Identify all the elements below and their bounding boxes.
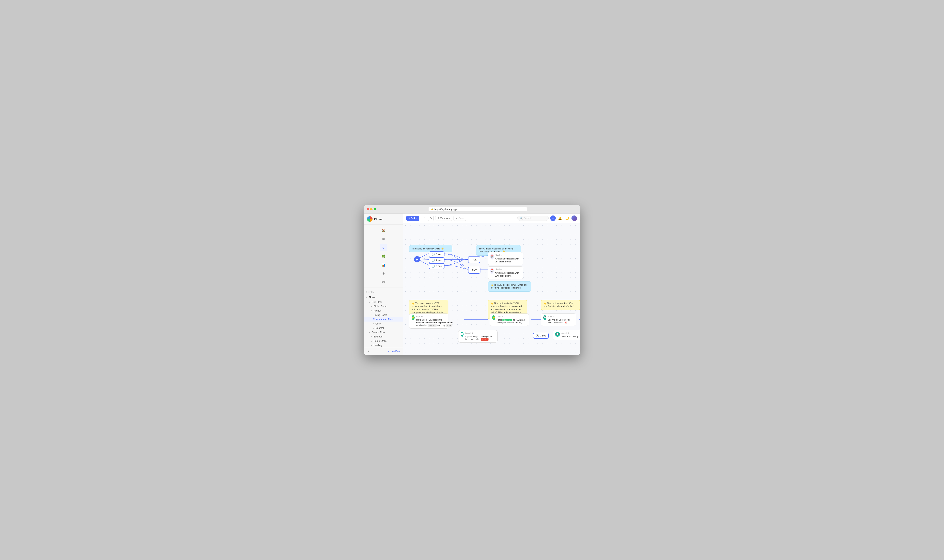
speech-error-text: Say Not funny! Couldn't get the joke. He… (465, 335, 495, 341)
timeline-card-2-content: Timeline Create a notification with Any-… (495, 268, 521, 277)
landing-label: Landing (373, 344, 382, 347)
flows-label: Flows (369, 296, 375, 299)
nav-dining-room[interactable]: ▶ Dining Room (364, 304, 403, 309)
all-label: ALL (472, 258, 477, 261)
search-placeholder: Search... (524, 217, 533, 220)
speech-rready-content: Speech ℹ Say Are you rready? 😄 (561, 332, 580, 338)
logic-card-http[interactable]: ⚡ Logic ✏ Make a HTTP GET request to htt… (409, 314, 449, 329)
edit-icon: ✏ (502, 315, 503, 318)
search-bar[interactable]: 🔍 Search... (517, 216, 549, 221)
dot-red[interactable] (367, 208, 369, 210)
check-icon: ✓ (456, 217, 458, 220)
sidebar-icon-leaf[interactable]: 🌿 (380, 252, 387, 260)
nav-cosy[interactable]: ▶ Cosy (364, 322, 403, 326)
speech-rready-icon: 💬 (555, 332, 560, 337)
dark-mode-icon[interactable]: 🌙 (565, 215, 570, 221)
chevron-icon: ▶ (373, 323, 374, 325)
nav-ground-floor[interactable]: ▼ Ground Floor (364, 330, 403, 334)
url-bar[interactable]: 🔒 https://my.homey.app (429, 207, 527, 211)
headers-tag: Headers (428, 324, 437, 327)
speech-joke-content: Speech ℹ Say And the Chuck Norris joke o… (548, 315, 574, 324)
dot-green[interactable] (374, 208, 376, 210)
redo-button[interactable]: ↻ (428, 216, 433, 221)
settings-icon[interactable]: ⚙ (367, 350, 369, 353)
user-avatar[interactable] (571, 215, 577, 221)
timer2-label: 2 sec (436, 259, 442, 262)
variables-button[interactable]: ⊞ Variables (435, 216, 452, 221)
sidebar-icon-flows[interactable]: ↯ (380, 244, 387, 251)
timeline-label-1: Timeline (495, 254, 521, 257)
sidebar-icon-chart[interactable]: 📊 (380, 261, 387, 268)
chevron-icon: ▼ (371, 314, 373, 316)
nav-home-office[interactable]: ▶ Home Office (364, 339, 403, 343)
error-tag: ⚠ Error (481, 338, 489, 341)
app-container: Flows 🏠 ⊞ ↯ 🌿 📊 ⚙ </> ≡ Filter... (364, 214, 580, 355)
play-button[interactable]: ▶ (414, 256, 420, 262)
timeline-card-2[interactable]: 📅 Timeline Create a notification with An… (488, 266, 523, 279)
nav-living-room[interactable]: ▼ Living Room (364, 313, 403, 317)
chevron-icon: ▶ (371, 340, 372, 342)
sidebar-footer: ⚙ + New Flow (364, 348, 403, 355)
flow-canvas[interactable]: The Delay-block simply waits. 👇 The All-… (403, 223, 580, 355)
timer-node-2[interactable]: 🕐 2 sec (429, 257, 444, 263)
homey-logo-icon (367, 216, 373, 222)
speech-rready-label: Speech ℹ (561, 332, 580, 334)
new-flow-button[interactable]: + New Flow (388, 350, 400, 353)
advanced-flow-label: Advanced Flow (376, 318, 393, 321)
notification-icon[interactable]: 🔔 (557, 215, 563, 221)
filter-icon: ≡ (366, 291, 367, 293)
living-room-label: Living Room (374, 314, 387, 317)
add-button[interactable]: + Add ▾ (406, 216, 419, 221)
timeline-card-1-content: Timeline Create a notification with All-… (495, 254, 521, 263)
undo-button[interactable]: ↺ (421, 216, 426, 221)
ground-floor-label: Ground Floor (372, 331, 386, 334)
chevron-icon: ▶ (373, 327, 374, 329)
sidebar-icon-grid[interactable]: ⊞ (380, 235, 387, 242)
logic-card-parse[interactable]: ⚡ Logic ✏ Parse Response as JSON and sel… (490, 314, 529, 326)
nav-advanced-flow[interactable]: ↯ Advanced Flow (364, 317, 403, 322)
logic-parse-text: Parse Response as JSON and select path v… (497, 318, 526, 324)
any-label: ANY (472, 269, 477, 272)
bedroom-label: Bedroom (373, 335, 383, 338)
timeline-icon-1: 📅 (490, 254, 494, 260)
timeline-icon-2: 📅 (490, 268, 494, 274)
timer-bottom-label: 3 sec (540, 334, 546, 337)
chevron-icon: ▶ (371, 336, 372, 338)
speech-card-joke[interactable]: 💬 Speech ℹ Say And the Chuck Norris joke… (541, 314, 576, 326)
sidebar-icon-tools[interactable]: ⚙ (380, 270, 387, 277)
speech-card-rready[interactable]: 💬 Speech ℹ Say Are you rready? 😄 (552, 330, 580, 340)
browser-titlebar: 🔒 https://my.homey.app (364, 205, 580, 214)
home-office-label: Home Office (373, 340, 387, 342)
speech-joke-label: Speech ℹ (548, 315, 574, 318)
save-button[interactable]: ✓ Save (453, 216, 466, 221)
nav-doorbell[interactable]: ▶ Doorbell (364, 326, 403, 330)
speech-card-error[interactable]: 💬 Speech ℹ Say Not funny! Couldn't get t… (458, 330, 498, 343)
chevron-icon: ▼ (369, 331, 370, 333)
nav-kitchen[interactable]: ▶ Kitchen (364, 309, 403, 313)
timer-bottom-icon: 🕐 (536, 334, 539, 337)
info-card-any: 👆 The Any-block continues when one incom… (488, 281, 531, 292)
timer-node-1[interactable]: 🕐 1 sec (429, 251, 444, 257)
add-round-button[interactable]: + (550, 215, 556, 221)
chevron-icon: ▶ (371, 305, 372, 308)
any-block[interactable]: ANY (468, 267, 480, 274)
timeline-card-1[interactable]: 📅 Timeline Create a notification with Al… (488, 252, 523, 265)
timeline-text-1: Create a notification with All-block don… (495, 257, 521, 263)
nav-first-floor[interactable]: ▼ First Floor (364, 300, 403, 304)
edit-icon: ✏ (421, 315, 423, 318)
timer-node-3[interactable]: 🕐 3 sec (429, 263, 444, 269)
filter-row: ≡ Filter... (364, 289, 403, 294)
speech-rready-text: Say Are you rready? 😄 (561, 335, 580, 338)
all-block[interactable]: ALL (468, 256, 480, 263)
sidebar-icon-code[interactable]: </> (380, 278, 387, 286)
timeline-text-2: Create a notification with Any-block don… (495, 271, 521, 277)
nav-flows-header[interactable]: ▼ Flows (364, 295, 403, 300)
logic-http-icon: ⚡ (412, 315, 415, 320)
timer3-label: 3 sec (436, 265, 442, 268)
timer-node-bottom[interactable]: 🕐 3 sec (533, 333, 549, 338)
sidebar-icon-home[interactable]: 🏠 (380, 227, 387, 234)
nav-landing[interactable]: ▶ Landing (364, 343, 403, 348)
dot-yellow[interactable] (370, 208, 373, 210)
speech-error-icon: 💬 (461, 332, 464, 337)
nav-bedroom[interactable]: ▶ Bedroom (364, 334, 403, 339)
